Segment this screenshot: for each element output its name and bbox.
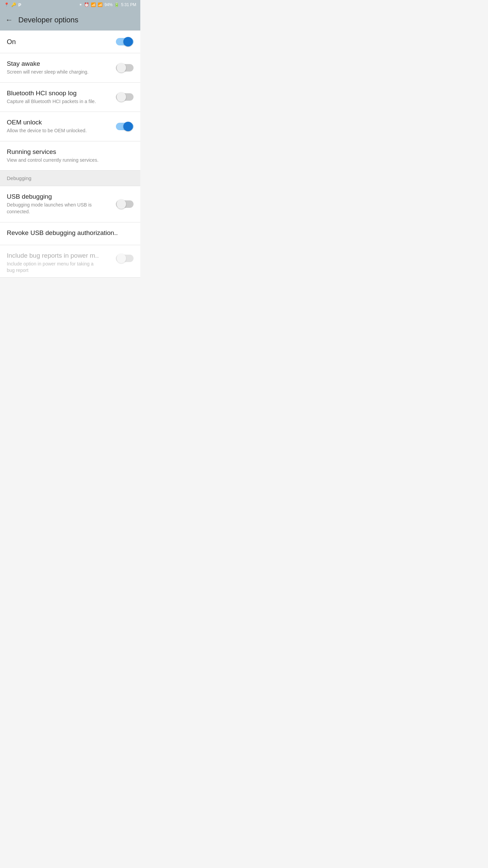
stay-awake-toggle[interactable] — [116, 63, 134, 73]
bluetooth-hci-row: Bluetooth HCI snoop log Capture all Blue… — [0, 83, 140, 112]
oem-unlock-title: OEM unlock — [7, 119, 110, 126]
usb-debugging-row: USB debugging Debugging mode launches wh… — [0, 186, 140, 222]
signal-icon: 📶 — [98, 2, 103, 7]
bug-reports-title: Include bug reports in power m.. — [7, 252, 110, 259]
status-bar: 📍 🔑 P ✴ ⏰ 📶 📶 94% 🔋 5:31 PM — [0, 0, 140, 9]
oem-unlock-text: OEM unlock Allow the device to be OEM un… — [7, 119, 116, 134]
stay-awake-title: Stay awake — [7, 60, 110, 67]
revoke-usb-row[interactable]: Revoke USB debugging authorization.. — [0, 222, 140, 245]
parking-icon: P — [18, 2, 21, 7]
master-toggle-label: On — [7, 38, 16, 46]
battery-text: 94% — [104, 2, 113, 7]
battery-icon: 🔋 — [114, 2, 119, 7]
usb-debugging-text: USB debugging Debugging mode launches wh… — [7, 193, 116, 215]
bluetooth-hci-text: Bluetooth HCI snoop log Capture all Blue… — [7, 90, 116, 105]
stay-awake-desc: Screen will never sleep while charging. — [7, 69, 110, 76]
oem-unlock-toggle[interactable] — [116, 121, 134, 132]
time-text: 5:31 PM — [121, 2, 136, 7]
bug-reports-text: Include bug reports in power m.. Include… — [7, 252, 116, 274]
usb-debugging-toggle[interactable] — [116, 199, 134, 209]
bug-reports-row: Include bug reports in power m.. Include… — [0, 245, 140, 278]
bluetooth-hci-desc: Capture all Bluetooth HCI packets in a f… — [7, 98, 110, 105]
running-services-desc: View and control currently running servi… — [7, 157, 128, 164]
toggle-thumb — [117, 199, 126, 209]
running-services-text: Running services View and control curren… — [7, 148, 134, 164]
revoke-usb-text: Revoke USB debugging authorization.. — [7, 229, 134, 238]
stay-awake-row: Stay awake Screen will never sleep while… — [0, 53, 140, 83]
bug-reports-desc: Include option in power menu for taking … — [7, 261, 110, 274]
section-debugging: Debugging — [0, 171, 140, 186]
toggle-thumb — [123, 122, 133, 131]
bug-reports-toggle[interactable] — [116, 253, 134, 263]
toggle-thumb — [117, 63, 126, 73]
stay-awake-text: Stay awake Screen will never sleep while… — [7, 60, 116, 76]
status-left-icons: 📍 🔑 P — [4, 2, 21, 7]
oem-unlock-desc: Allow the device to be OEM unlocked. — [7, 127, 110, 134]
bluetooth-hci-title: Bluetooth HCI snoop log — [7, 90, 110, 97]
bluetooth-icon: ✴ — [79, 2, 82, 7]
wifi-icon: 📶 — [91, 2, 96, 7]
key-icon: 🔑 — [11, 2, 16, 7]
oem-unlock-row: OEM unlock Allow the device to be OEM un… — [0, 112, 140, 141]
usb-debugging-title: USB debugging — [7, 193, 110, 200]
alarm-icon: ⏰ — [84, 2, 89, 7]
status-right-icons: ✴ ⏰ 📶 📶 94% 🔋 5:31 PM — [79, 2, 136, 7]
page-title: Developer options — [18, 16, 78, 24]
toggle-thumb — [117, 254, 126, 263]
master-toggle[interactable] — [116, 37, 134, 47]
bluetooth-hci-toggle[interactable] — [116, 92, 134, 102]
master-toggle-row: On — [0, 31, 140, 53]
running-services-title: Running services — [7, 148, 128, 156]
running-services-row[interactable]: Running services View and control curren… — [0, 141, 140, 171]
location-icon: 📍 — [4, 2, 9, 7]
usb-debugging-desc: Debugging mode launches when USB is conn… — [7, 202, 110, 215]
revoke-usb-title: Revoke USB debugging authorization.. — [7, 229, 128, 237]
app-bar: ← Developer options — [0, 9, 140, 31]
section-debugging-label: Debugging — [7, 175, 32, 181]
toggle-thumb — [123, 37, 133, 46]
back-button[interactable]: ← — [5, 16, 13, 24]
